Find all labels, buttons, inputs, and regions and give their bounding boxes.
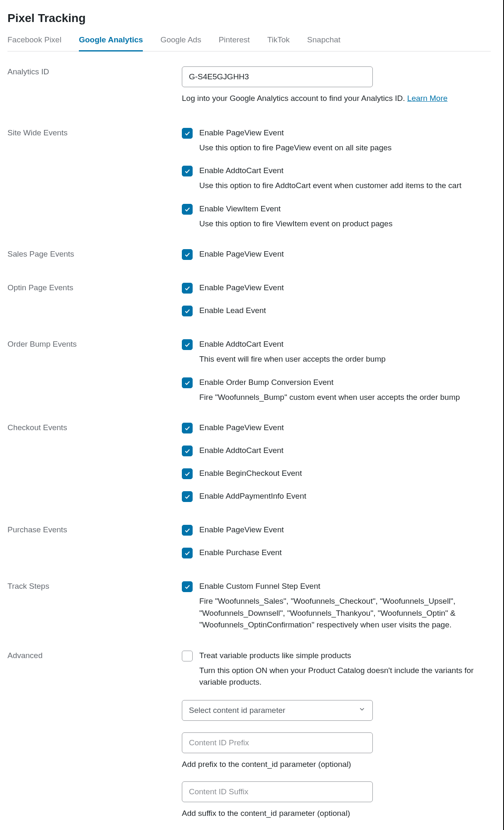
sitewide-item-1-label: Enable AddtoCart Event [199, 165, 284, 176]
sales-section-label: Sales Page Events [7, 249, 182, 259]
tab-snapchat[interactable]: Snapchat [307, 35, 340, 51]
purchase-item-1-checkbox[interactable] [182, 548, 193, 558]
content-id-prefix-input[interactable] [182, 732, 373, 753]
variable-products-label: Treat variable products like simple prod… [199, 650, 351, 661]
checkout-item-0-checkbox[interactable] [182, 423, 193, 433]
sitewide-item-0-label: Enable PageView Event [199, 127, 284, 139]
sales-item-0-checkbox[interactable] [182, 249, 193, 260]
tab-tiktok[interactable]: TikTok [267, 35, 290, 51]
orderbump-item-0-checkbox[interactable] [182, 339, 193, 350]
tab-pinterest[interactable]: Pinterest [219, 35, 250, 51]
orderbump-item-0-desc: This event will fire when user accepts t… [199, 353, 491, 365]
tab-facebook-pixel[interactable]: Facebook Pixel [7, 35, 61, 51]
orderbump-item-1-desc: Fire "Woofunnels_Bump" custom event when… [199, 392, 491, 404]
sitewide-item-2-label: Enable ViewItem Event [199, 203, 281, 215]
checkout-section-label: Checkout Events [7, 422, 182, 432]
checkout-item-1-checkbox[interactable] [182, 446, 193, 456]
optin-item-0-checkbox[interactable] [182, 283, 193, 294]
checkout-item-0-label: Enable PageView Event [199, 422, 284, 433]
analytics-id-input[interactable] [182, 66, 373, 87]
analytics-id-help: Log into your Google Analytics account t… [182, 93, 491, 104]
content-id-select[interactable]: Select content id parameter [182, 700, 373, 721]
variable-products-desc: Turn this option ON when your Product Ca… [199, 665, 491, 688]
sitewide-item-2-desc: Use this option to fire ViewItem event o… [199, 218, 491, 230]
checkout-item-2-checkbox[interactable] [182, 468, 193, 479]
purchase-item-0-checkbox[interactable] [182, 525, 193, 536]
checkout-item-2-label: Enable BeginCheckout Event [199, 468, 302, 479]
orderbump-item-1-checkbox[interactable] [182, 377, 193, 388]
orderbump-section-label: Order Bump Events [7, 339, 182, 349]
optin-item-1-checkbox[interactable] [182, 306, 193, 316]
tab-google-ads[interactable]: Google Ads [160, 35, 201, 51]
sitewide-item-0-checkbox[interactable] [182, 128, 193, 139]
sitewide-item-0-desc: Use this option to fire PageView event o… [199, 142, 491, 154]
variable-products-checkbox[interactable] [182, 651, 193, 661]
sitewide-item-1-desc: Use this option to fire AddtoCart event … [199, 180, 491, 192]
tab-google-analytics[interactable]: Google Analytics [79, 35, 143, 51]
learn-more-link[interactable]: Learn More [407, 94, 448, 103]
sitewide-item-2-checkbox[interactable] [182, 204, 193, 215]
content-id-prefix-help: Add prefix to the content_id parameter (… [182, 759, 491, 770]
content-id-suffix-input[interactable] [182, 781, 373, 802]
checkout-item-3-checkbox[interactable] [182, 491, 193, 502]
purchase-item-0-label: Enable PageView Event [199, 524, 284, 536]
tabs: Facebook PixelGoogle AnalyticsGoogle Ads… [7, 35, 491, 51]
analytics-id-label: Analytics ID [7, 66, 182, 76]
orderbump-item-0-label: Enable AddtoCart Event [199, 339, 284, 350]
content-id-suffix-help: Add suffix to the content_id parameter (… [182, 808, 491, 819]
sitewide-item-1-checkbox[interactable] [182, 166, 193, 176]
purchase-item-1-label: Enable Purchase Event [199, 547, 282, 558]
purchase-section-label: Purchase Events [7, 524, 182, 534]
tracksteps-item-0-desc: Fire "Woofunnels_Sales", "Woofunnels_Che… [199, 595, 491, 631]
tracksteps-section-label: Track Steps [7, 581, 182, 591]
checkout-item-3-label: Enable AddPaymentInfo Event [199, 491, 306, 502]
optin-item-0-label: Enable PageView Event [199, 282, 284, 294]
orderbump-item-1-label: Enable Order Bump Conversion Event [199, 377, 333, 388]
advanced-label: Advanced [7, 650, 182, 660]
sales-item-0-label: Enable PageView Event [199, 249, 284, 260]
tracksteps-item-0-checkbox[interactable] [182, 581, 193, 592]
optin-item-1-label: Enable Lead Event [199, 305, 266, 316]
page-title: Pixel Tracking [7, 12, 491, 25]
chevron-down-icon [358, 705, 366, 715]
tracksteps-item-0-label: Enable Custom Funnel Step Event [199, 581, 321, 592]
checkout-item-1-label: Enable AddtoCart Event [199, 445, 284, 456]
sitewide-section-label: Site Wide Events [7, 127, 182, 137]
optin-section-label: Optin Page Events [7, 282, 182, 292]
